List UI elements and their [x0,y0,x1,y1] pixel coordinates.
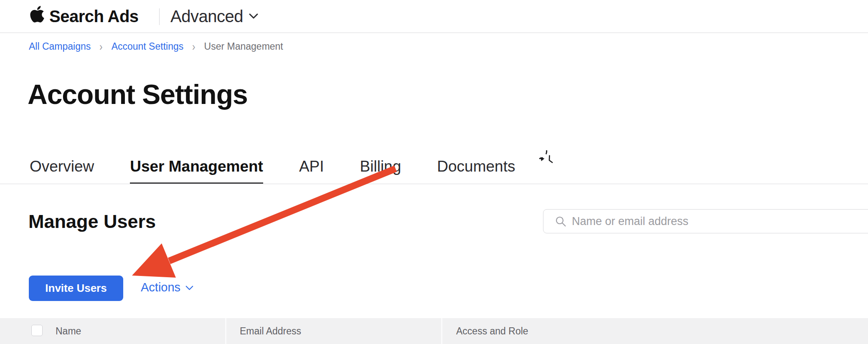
tab-documents[interactable]: Documents [437,149,515,184]
select-all-checkbox[interactable] [31,325,43,336]
tab-billing[interactable]: Billing [360,149,401,184]
search-input[interactable] [572,210,868,233]
column-header-email: Email Address [240,318,301,344]
column-header-access-role: Access and Role [456,318,528,344]
tabs-bottom-border [0,184,868,184]
table-header: Name Email Address Access and Role [0,318,868,344]
breadcrumb-separator: › [99,42,102,51]
product-label: Advanced [170,7,243,26]
breadcrumb-account-settings[interactable]: Account Settings [112,41,184,52]
actions-dropdown[interactable]: Actions [141,279,193,296]
actions-label: Actions [141,281,180,294]
header-divider [159,8,160,25]
apple-logo-icon [30,5,44,24]
breadcrumb-all-campaigns[interactable]: All Campaigns [29,41,91,52]
search-box [543,209,868,233]
breadcrumb: All Campaigns › Account Settings › User … [29,41,283,52]
tab-bar: Overview User Management API Billing Doc… [30,149,515,184]
breadcrumb-separator: › [192,42,195,51]
column-header-name: Name [56,318,81,344]
product-switcher[interactable]: Advanced [170,0,258,33]
column-divider [225,318,226,344]
chevron-down-icon [249,13,258,19]
chevron-down-icon [185,286,193,291]
column-divider [441,318,442,344]
tab-overview[interactable]: Overview [30,149,94,184]
section-title: Manage Users [28,211,156,233]
top-bar: Search Ads Advanced [0,0,868,33]
page-title: Account Settings [28,78,248,110]
tab-user-management[interactable]: User Management [130,149,263,184]
page: { "header": { "brand": "Search Ads", "pr… [0,0,868,344]
history-icon[interactable] [539,150,559,170]
invite-users-button[interactable]: Invite Users [29,276,123,301]
brand-title: Search Ads [49,0,139,33]
tab-api[interactable]: API [299,149,324,184]
search-icon [555,216,567,228]
breadcrumb-current-page: User Management [204,41,283,52]
